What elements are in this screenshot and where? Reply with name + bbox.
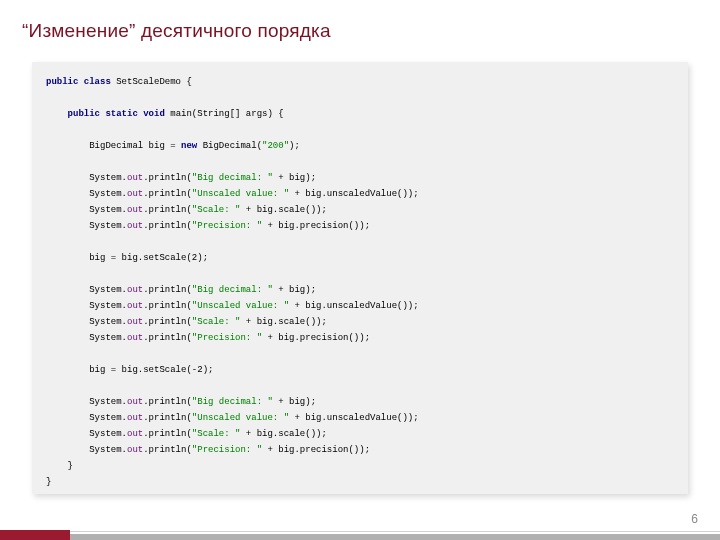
slide-title: “Изменение” десятичного порядка [22, 20, 331, 42]
code-block: public class SetScaleDemo { public stati… [32, 62, 688, 494]
footer-bar-accent [0, 530, 70, 540]
code: public class SetScaleDemo { public stati… [46, 74, 674, 490]
footer-bar-light [0, 534, 720, 540]
page-number: 6 [691, 512, 698, 526]
footer-divider [0, 531, 720, 532]
slide: “Изменение” десятичного порядка public c… [0, 0, 720, 540]
